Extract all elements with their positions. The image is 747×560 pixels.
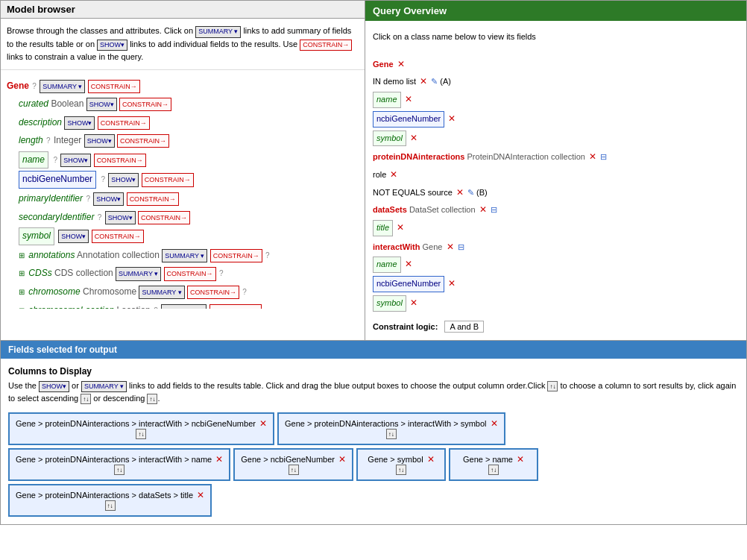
sort-icon-desc[interactable]: ↑↓: [147, 394, 157, 404]
secondaryid-constrain-btn[interactable]: CONSTRAIN→: [138, 211, 190, 224]
model-browser-panel: Model browser Browse through the classes…: [0, 0, 365, 341]
qo-gene-name[interactable]: Gene: [373, 60, 394, 69]
show-button-example[interactable]: SHOW▾: [97, 40, 127, 51]
output-box-1[interactable]: Gene > proteinDNAinteractions > interact…: [8, 412, 274, 445]
qo-gene-line: Gene ✕: [373, 57, 739, 73]
col-show-btn[interactable]: SHOW▾: [39, 381, 69, 393]
gene-remove-btn[interactable]: ✕: [397, 59, 405, 69]
constrain-button-example[interactable]: CONSTRAIN→: [300, 40, 352, 51]
output-box-2-remove[interactable]: ✕: [491, 418, 498, 429]
annotations-attr[interactable]: annotations: [28, 250, 75, 260]
chromosome-constrain-btn[interactable]: CONSTRAIN→: [187, 286, 239, 299]
chromosome-summary-btn[interactable]: SUMMARY ▾: [139, 286, 184, 299]
output-box-3-sort[interactable]: ↑↓: [114, 465, 125, 475]
notequals-remove-btn[interactable]: ✕: [456, 187, 464, 198]
output-box-2-sort[interactable]: ↑↓: [386, 429, 397, 439]
qo-interactwith-name[interactable]: interactWith: [373, 242, 420, 251]
output-box-7[interactable]: Gene > proteinDNAinteractions > dataSets…: [8, 484, 212, 517]
constraint-logic-section: Constraint logic: A and B: [373, 321, 739, 333]
length-attr: length: [19, 135, 43, 145]
annotations-expand-icon[interactable]: ⊞: [19, 251, 25, 259]
output-box-5-remove[interactable]: ✕: [427, 454, 435, 465]
name-remove-btn[interactable]: ✕: [405, 94, 412, 104]
symbol-show-btn[interactable]: SHOW▾: [58, 230, 89, 243]
interactwith-remove-btn[interactable]: ✕: [447, 242, 454, 252]
name-constrain-btn[interactable]: CONSTRAIN→: [94, 154, 146, 167]
output-box-4-sort[interactable]: ↑↓: [289, 465, 299, 475]
isymbol-remove-btn[interactable]: ✕: [410, 298, 417, 308]
output-box-3[interactable]: Gene > proteinDNAinteractions > interact…: [8, 448, 230, 481]
chromloc-summary-btn[interactable]: SUMMARY ▾: [161, 304, 207, 309]
symbol-remove-btn[interactable]: ✕: [410, 133, 417, 143]
chromloc-constrain-btn[interactable]: CONSTRAIN→: [209, 304, 262, 309]
output-box-6[interactable]: Gene > name ✕ ↑↓: [449, 448, 538, 481]
qo-incbi-box: ncbiGeneNumber: [373, 276, 444, 292]
summary-button-example[interactable]: SUMMARY ▾: [195, 26, 241, 38]
annotations-summary-btn[interactable]: SUMMARY ▾: [162, 249, 207, 262]
gene-constrain-btn[interactable]: CONSTRAIN→: [88, 80, 140, 93]
chromosome-expand-icon[interactable]: ⊞: [19, 288, 25, 296]
title-remove-btn[interactable]: ✕: [397, 222, 404, 233]
qo-notequals-line: NOT EQUALS source ✕ ✎ (B): [373, 185, 739, 201]
curated-constrain-btn[interactable]: CONSTRAIN→: [119, 98, 171, 111]
cdss-attr[interactable]: CDSs: [28, 268, 51, 278]
length-show-btn[interactable]: SHOW▾: [84, 134, 115, 148]
gene-class-name[interactable]: Gene: [7, 81, 29, 91]
output-box-7-sort[interactable]: ↑↓: [105, 500, 116, 511]
output-box-6-remove[interactable]: ✕: [517, 454, 524, 465]
output-box-1-remove[interactable]: ✕: [259, 418, 267, 429]
length-constrain-btn[interactable]: CONSTRAIN→: [117, 134, 169, 148]
incbi-remove-btn[interactable]: ✕: [448, 278, 456, 289]
constraint-logic-value[interactable]: A and B: [444, 321, 484, 333]
gene-summary-btn[interactable]: SUMMARY ▾: [40, 80, 85, 93]
chromosome-attr[interactable]: chromosome: [28, 286, 80, 297]
output-box-4[interactable]: Gene > ncbiGeneNumber ✕ ↑↓: [233, 448, 353, 481]
qo-isymbol-line: symbol ✕: [373, 295, 739, 312]
ncbi-constrain-btn[interactable]: CONSTRAIN→: [142, 173, 194, 186]
ncbi-remove-btn[interactable]: ✕: [448, 113, 456, 124]
symbol-constrain-btn[interactable]: CONSTRAIN→: [92, 230, 144, 243]
output-box-3-path: Gene > proteinDNAinteractions > interact…: [16, 455, 212, 464]
protein-lock-btn[interactable]: ⊟: [600, 152, 607, 161]
sort-icon-asc2[interactable]: ↑↓: [81, 394, 91, 404]
description-constrain-btn[interactable]: CONSTRAIN→: [98, 116, 150, 130]
output-box-5[interactable]: Gene > symbol ✕ ↑↓: [356, 448, 446, 481]
output-box-2-path: Gene > proteinDNAinteractions > interact…: [285, 419, 487, 428]
chromloc-attr[interactable]: chromosomeLocation: [28, 305, 114, 309]
primaryid-show-btn[interactable]: SHOW▾: [93, 192, 124, 206]
description-show-btn[interactable]: SHOW▾: [64, 116, 95, 130]
output-box-6-sort[interactable]: ↑↓: [488, 465, 499, 475]
sort-icon-asc[interactable]: ↑↓: [547, 381, 558, 391]
output-box-3-remove[interactable]: ✕: [215, 454, 223, 465]
curated-show-btn[interactable]: SHOW▾: [86, 98, 117, 111]
cdss-constrain-btn[interactable]: CONSTRAIN→: [164, 267, 216, 280]
qo-datasets-name[interactable]: dataSets: [373, 205, 407, 214]
qo-datasets-lock-btn[interactable]: ⊟: [491, 205, 497, 214]
output-box-1-sort[interactable]: ↑↓: [136, 429, 146, 439]
iname-remove-btn[interactable]: ✕: [405, 259, 412, 269]
notequals-edit-btn[interactable]: ✎: [467, 188, 474, 197]
interactwith-lock-btn[interactable]: ⊟: [458, 242, 464, 251]
cdss-expand-icon[interactable]: ⊞: [19, 269, 25, 277]
qo-role-text: role: [373, 170, 386, 179]
col-summary-btn[interactable]: SUMMARY ▾: [81, 381, 127, 393]
demolist-edit-btn[interactable]: ✎: [431, 77, 438, 86]
secondaryid-show-btn[interactable]: SHOW▾: [105, 211, 136, 224]
qo-protein-name[interactable]: proteinDNAinteractions: [373, 152, 464, 161]
notequals-label: (B): [476, 188, 488, 197]
annotations-constrain-btn[interactable]: CONSTRAIN→: [210, 249, 262, 262]
name-show-btn[interactable]: SHOW▾: [60, 154, 91, 167]
qo-datasets-remove-btn[interactable]: ✕: [479, 204, 487, 215]
output-box-2[interactable]: Gene > proteinDNAinteractions > interact…: [277, 412, 505, 445]
protein-remove-btn[interactable]: ✕: [589, 151, 596, 162]
primaryid-constrain-btn[interactable]: CONSTRAIN→: [127, 192, 179, 206]
chromloc-expand-icon[interactable]: ⊞: [19, 306, 25, 309]
cdss-summary-btn[interactable]: SUMMARY ▾: [116, 267, 161, 280]
output-box-7-remove[interactable]: ✕: [197, 490, 204, 500]
output-box-5-sort[interactable]: ↑↓: [396, 465, 406, 475]
ncbi-show-btn[interactable]: SHOW▾: [108, 173, 139, 186]
demolist-remove-btn[interactable]: ✕: [420, 76, 427, 86]
output-box-4-remove[interactable]: ✕: [338, 454, 346, 465]
qo-interactwith-line: interactWith Gene ✕ ⊟: [373, 239, 739, 256]
role-remove-btn[interactable]: ✕: [390, 169, 397, 180]
